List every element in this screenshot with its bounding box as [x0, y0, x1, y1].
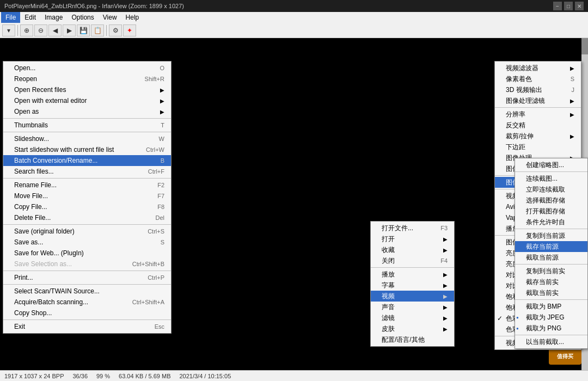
menu-copy-shop[interactable]: Copy Shop...	[3, 308, 171, 318]
ctx-open[interactable]: 打开▶	[371, 233, 454, 244]
sep4	[3, 224, 171, 225]
statusbar-zoom: 99 %	[96, 373, 110, 379]
statusbar: 1917 x 1037 x 24 BPP 36/36 99 % 63.04 KB…	[0, 370, 588, 381]
restore-button[interactable]: □	[564, 2, 573, 10]
sep1	[3, 118, 171, 119]
toolbar-sep1	[17, 25, 18, 36]
menu-slideshow[interactable]: Slideshow...W	[3, 133, 171, 144]
menubar: File Edit Image Options View Help	[0, 12, 588, 23]
frm-select-storage[interactable]: 选择截图存储	[515, 195, 587, 206]
toolbar-red[interactable]: ✦	[123, 24, 136, 36]
frm-instant-continuous[interactable]: 立即连续截取	[515, 184, 587, 195]
statusbar-datetime: 2021/3/4 / 10:15:05	[179, 373, 231, 379]
rmenu-video-filter[interactable]: 视频滤波器▶	[495, 63, 581, 73]
frm-condition-allow[interactable]: 条件允许时自	[515, 217, 587, 228]
close-button[interactable]: ✕	[575, 2, 584, 10]
minimize-button[interactable]: −	[553, 2, 562, 10]
ctx-filter[interactable]: 滤镜▶	[371, 312, 454, 323]
menu-options[interactable]: Options	[67, 12, 98, 23]
menu-image[interactable]: Image	[40, 12, 67, 23]
titlebar-controls: − □ ✕	[553, 2, 584, 10]
ctx-subtitle[interactable]: 字幕▶	[371, 280, 454, 291]
title-text: PotPlayerMini64_ZwbLtRnfO6.png - IrfanVi…	[4, 3, 184, 9]
ctx-config[interactable]: 配置/语言/其他	[371, 334, 454, 345]
menu-recent-files[interactable]: Open Recent files▶	[3, 84, 171, 95]
menu-search-files[interactable]: Search files...Ctrl+F	[3, 166, 171, 177]
rmenu-crop[interactable]: 裁剪/拉伸▶	[495, 131, 581, 142]
sep6	[3, 284, 171, 285]
toolbar-next[interactable]: ▶	[63, 24, 76, 36]
menu-print[interactable]: Print...Ctrl+P	[3, 272, 171, 283]
frm-open-storage[interactable]: 打开截图存储	[515, 206, 587, 217]
menu-exit[interactable]: ExitEsc	[3, 321, 171, 332]
menu-start-slideshow[interactable]: Start slideshow with current file listCt…	[3, 144, 171, 155]
frm-copy-to-source[interactable]: 复制到当前源	[515, 230, 587, 241]
rmenu-image-filter[interactable]: 图像处理滤镜▶	[495, 95, 581, 106]
toolbar-zoom-out[interactable]: ⊖	[34, 24, 47, 36]
toolbar-copy[interactable]: 📋	[91, 24, 104, 36]
menu-open[interactable]: Open...O	[3, 63, 171, 73]
sep7	[3, 319, 171, 320]
toolbar-dropdown[interactable]: ▾	[2, 24, 15, 36]
frm-capture-jpeg[interactable]: ● 截取为 JPEG	[515, 312, 587, 323]
menu-view[interactable]: View	[99, 12, 121, 23]
ctx-audio[interactable]: 声音▶	[371, 302, 454, 312]
menu-scan-source[interactable]: Select Scan/TWAIN Source...	[3, 286, 171, 297]
ctx-close[interactable]: 关闭F4	[371, 255, 454, 266]
menu-batch-conversion[interactable]: Batch Conversion/Rename...B	[3, 155, 171, 166]
menu-open-as[interactable]: Open as▶	[3, 106, 171, 117]
ctx-video[interactable]: 视频▶	[371, 291, 454, 302]
menu-help[interactable]: Help	[121, 12, 144, 23]
menu-move-file[interactable]: Move File...F7	[3, 190, 171, 201]
toolbar-settings[interactable]: ⚙	[109, 24, 122, 36]
ctx-skin[interactable]: 皮肤▶	[371, 323, 454, 334]
toolbar-prev[interactable]: ◀	[48, 24, 62, 36]
menu-save-as[interactable]: Save as...S	[3, 237, 171, 248]
frm-current-capture[interactable]: 以当前截取...	[515, 336, 587, 347]
sep2	[3, 132, 171, 132]
file-dropdown-menu: Open...O ReopenShift+R Open Recent files…	[3, 61, 171, 334]
menu-reopen[interactable]: ReopenShift+R	[3, 73, 171, 84]
toolbar: ▾ ⊕ ⊖ ◀ ▶ 💾 📋 ⚙ ✦	[0, 23, 588, 38]
rmenu-resolution[interactable]: 分辨率▶	[495, 109, 581, 120]
menu-save-selection: Save Selection as...Ctrl+Shift+B	[3, 259, 171, 269]
frm-copy-to-real[interactable]: 复制到当前实	[515, 266, 587, 276]
menu-delete-file[interactable]: Delete File...Del	[3, 212, 171, 223]
frm-capture-current-source[interactable]: 截取当前源	[515, 252, 587, 263]
rmenu-bottom-margin[interactable]: 下边距	[495, 142, 581, 152]
ctx-sep1	[371, 267, 454, 268]
toolbar-save[interactable]: 💾	[77, 24, 90, 36]
toolbar-zoom-in[interactable]: ⊕	[20, 24, 33, 36]
sep3	[3, 178, 171, 179]
watermark: 值得买	[549, 348, 581, 365]
menu-batch-scanning[interactable]: Acquire/Batch scanning...Ctrl+Shift+A	[3, 297, 171, 308]
sep5	[3, 271, 171, 271]
rmenu-deinterlace[interactable]: 反交精	[495, 120, 581, 131]
rmenu-pixel-color[interactable]: 像素着色S	[495, 73, 581, 84]
menu-copy-file[interactable]: Copy File...F8	[3, 201, 171, 212]
ctx-open-file[interactable]: 打开文件...F3	[371, 223, 454, 233]
middle-context-menu: 打开文件...F3 打开▶ 收藏▶ 关闭F4 播放▶ 字幕▶ 视频▶ 声音▶ 滤…	[370, 221, 455, 347]
scrollbar-right-thumb[interactable]	[581, 38, 588, 54]
menu-save-web[interactable]: Save for Web... (PlugIn)	[3, 248, 171, 259]
titlebar: PotPlayerMini64_ZwbLtRnfO6.png - IrfanVi…	[0, 0, 588, 12]
frm-save-current-source[interactable]: 截存当前源	[515, 241, 587, 252]
frm-save-current-real[interactable]: 截存当前实	[515, 276, 587, 287]
statusbar-dimensions: 1917 x 1037 x 24 BPP	[4, 373, 64, 379]
frm-capture-png[interactable]: ● 截取为 PNG	[515, 323, 587, 334]
statusbar-filesize: 63.04 KB / 5.69 MB	[119, 373, 170, 379]
ctx-favorites[interactable]: 收藏▶	[371, 244, 454, 255]
menu-file[interactable]: File	[1, 12, 20, 23]
menu-thumbnails[interactable]: ThumbnailsT	[3, 120, 171, 131]
statusbar-counter: 36/36	[72, 373, 88, 379]
frm-continuous-screenshot[interactable]: 连续截图...	[515, 173, 587, 184]
menu-save-original[interactable]: Save (original folder)Ctrl+S	[3, 226, 171, 237]
frm-capture-bmp[interactable]: 截取为 BMP	[515, 301, 587, 312]
menu-edit[interactable]: Edit	[20, 12, 40, 23]
frm-create-thumbnail[interactable]: 创建缩略图...	[515, 159, 587, 170]
ctx-play[interactable]: 播放▶	[371, 269, 454, 280]
frm-capture-current-real[interactable]: 截取当前实	[515, 287, 587, 298]
menu-rename-file[interactable]: Rename File...F2	[3, 180, 171, 190]
rmenu-3d-output[interactable]: 3D 视频输出J	[495, 84, 581, 95]
menu-external-editor[interactable]: Open with external editor▶	[3, 95, 171, 106]
